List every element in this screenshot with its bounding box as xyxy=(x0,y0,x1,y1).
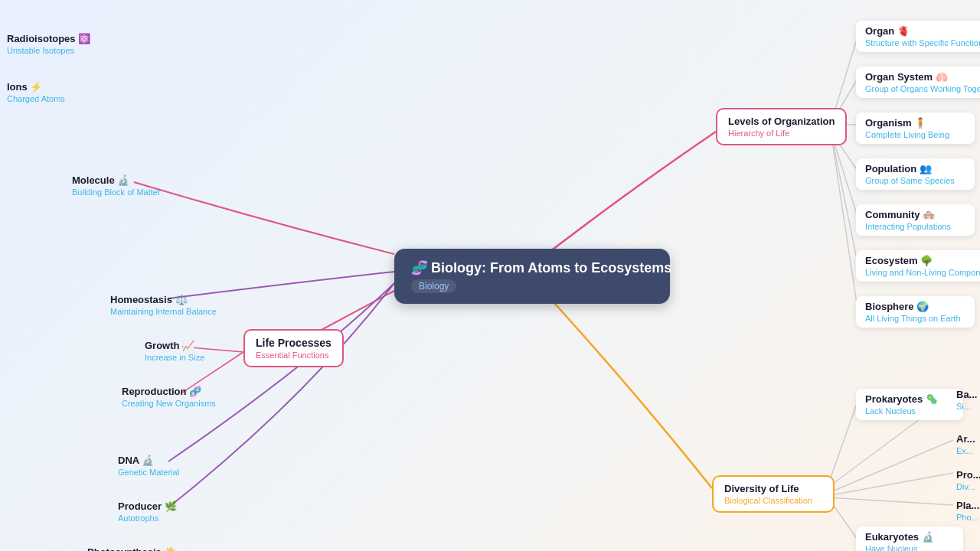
radioisotopes-subtitle: Unstable Isotopes xyxy=(7,46,90,55)
svg-line-7 xyxy=(827,402,858,488)
archaea-node[interactable]: Ar... Ex... xyxy=(946,427,980,461)
organism-node[interactable]: Organism 🧍 Complete Living Being xyxy=(856,112,975,144)
growth-title: Growth 📈 xyxy=(145,340,204,351)
radioisotopes-title: Radioisotopes ⚛️ xyxy=(7,33,90,44)
center-title-text: Biology: From Atoms to Ecosystems xyxy=(431,260,671,276)
molecule-subtitle: Building Block of Matter xyxy=(72,187,161,197)
center-title: 🧬 Biology: From Atoms to Ecosystems xyxy=(411,259,653,276)
community-node[interactable]: Community 🏘️ Interacting Populations xyxy=(856,204,975,236)
dna-subtitle: Genetic Material xyxy=(118,468,179,477)
growth-subtitle: Increase in Size xyxy=(145,353,204,362)
organ-node[interactable]: Organ 🫀 Structure with Specific Function xyxy=(856,21,980,52)
protists-node[interactable]: Pro... Div... xyxy=(946,463,980,497)
organ-system-node[interactable]: Organ System 🫁 Group of Organs Working T… xyxy=(856,67,980,98)
producer-node[interactable]: Producer 🌿 Autotrophs xyxy=(107,494,188,529)
levels-subtitle: Hierarchy of Life xyxy=(728,129,835,138)
ecosystem-title: Ecosystem 🌳 xyxy=(865,255,980,266)
population-title: Population 👥 xyxy=(865,163,965,174)
dna-title: DNA 🔬 xyxy=(118,455,179,466)
plants-node[interactable]: Pla... Pho... xyxy=(946,494,980,528)
growth-node[interactable]: Growth 📈 Increase in Size xyxy=(134,334,215,368)
ions-subtitle: Charged Atoms xyxy=(7,94,65,103)
plants-subtitle: Pho... xyxy=(956,513,979,522)
svg-line-10 xyxy=(827,440,953,494)
diversity-of-life-node[interactable]: Diversity of Life Biological Classificat… xyxy=(712,475,835,513)
population-node[interactable]: Population 👥 Group of Same Species xyxy=(856,158,975,190)
svg-line-5 xyxy=(831,132,858,262)
protists-title: Pro... xyxy=(956,469,980,481)
biosphere-title: Biosphere 🌍 xyxy=(865,301,965,312)
producer-subtitle: Autotrophs xyxy=(118,514,177,523)
community-title: Community 🏘️ xyxy=(865,209,965,220)
ions-title: Ions ⚡ xyxy=(7,81,65,93)
biosphere-subtitle: All Living Things on Earth xyxy=(865,314,965,323)
levels-title: Levels of Organization xyxy=(728,116,835,127)
organ-system-subtitle: Group of Organs Working Together xyxy=(865,84,980,93)
eukaryotes-node[interactable]: Eukaryotes 🔬 Have Nucleus xyxy=(856,527,963,551)
reproduction-title: Reproduction 🧬 xyxy=(122,386,216,397)
diversity-title: Diversity of Life xyxy=(724,483,822,494)
organ-title: Organ 🫀 xyxy=(865,25,980,37)
homeostasis-title: Homeostasis ⚖️ xyxy=(110,294,217,305)
life-processes-title: Life Processes xyxy=(256,337,332,349)
mind-map-canvas: 🧬 Biology: From Atoms to Ecosystems Biol… xyxy=(0,0,980,551)
bacteria-node[interactable]: Ba... Si... xyxy=(946,383,980,417)
svg-line-11 xyxy=(827,473,953,496)
bacteria-subtitle: Si... xyxy=(956,402,977,411)
prokaryotes-subtitle: Lack Nucleus xyxy=(865,406,954,416)
biosphere-node[interactable]: Biosphere 🌍 All Living Things on Earth xyxy=(856,296,975,328)
homeostasis-subtitle: Maintaining Internal Balance xyxy=(110,307,217,316)
community-subtitle: Interacting Populations xyxy=(865,222,965,231)
diversity-subtitle: Biological Classification xyxy=(724,496,822,505)
svg-line-12 xyxy=(827,497,953,505)
organ-system-title: Organ System 🫁 xyxy=(865,71,980,83)
organism-subtitle: Complete Living Being xyxy=(865,130,965,139)
center-subtitle: Biology xyxy=(411,279,456,293)
population-subtitle: Group of Same Species xyxy=(865,176,965,185)
molecule-node[interactable]: Molecule 🔬 Building Block of Matter xyxy=(61,168,172,203)
eukaryotes-subtitle: Have Nucleus xyxy=(865,544,954,551)
life-processes-subtitle: Essential Functions xyxy=(256,350,332,360)
ecosystem-subtitle: Living and Non-Living Components xyxy=(865,268,980,277)
bacteria-title: Ba... xyxy=(956,389,977,400)
plants-title: Pla... xyxy=(956,500,979,511)
ecosystem-node[interactable]: Ecosystem 🌳 Living and Non-Living Compon… xyxy=(856,250,980,282)
archaea-title: Ar... xyxy=(956,433,975,445)
prokaryotes-title: Prokaryotes 🦠 xyxy=(865,393,954,405)
archaea-subtitle: Ex... xyxy=(956,446,975,455)
reproduction-subtitle: Creating New Organisms xyxy=(122,399,216,408)
homeostasis-node[interactable]: Homeostasis ⚖️ Maintaining Internal Bala… xyxy=(100,288,227,322)
svg-line-6 xyxy=(831,132,858,308)
photosynthesis-node[interactable]: Photosynthesis ☀️ xyxy=(77,540,187,551)
organism-title: Organism 🧍 xyxy=(865,117,965,129)
organ-subtitle: Structure with Specific Function xyxy=(865,38,980,47)
reproduction-node[interactable]: Reproduction 🧬 Creating New Organisms xyxy=(111,380,227,414)
eukaryotes-title: Eukaryotes 🔬 xyxy=(865,531,954,543)
dna-node[interactable]: DNA 🔬 Genetic Material xyxy=(107,448,190,483)
center-node[interactable]: 🧬 Biology: From Atoms to Ecosystems Biol… xyxy=(394,249,670,304)
photosynthesis-title: Photosynthesis ☀️ xyxy=(87,546,176,551)
molecule-title: Molecule 🔬 xyxy=(72,174,161,186)
radioisotopes-node[interactable]: Radioisotopes ⚛️ Unstable Isotopes xyxy=(0,27,101,61)
protists-subtitle: Div... xyxy=(956,482,980,491)
ions-node[interactable]: Ions ⚡ Charged Atoms xyxy=(0,75,76,109)
producer-title: Producer 🌿 xyxy=(118,500,177,512)
life-processes-node[interactable]: Life Processes Essential Functions xyxy=(243,329,344,367)
center-emoji: 🧬 xyxy=(411,259,428,276)
levels-of-organization-node[interactable]: Levels of Organization Hierarchy of Life xyxy=(716,108,847,145)
